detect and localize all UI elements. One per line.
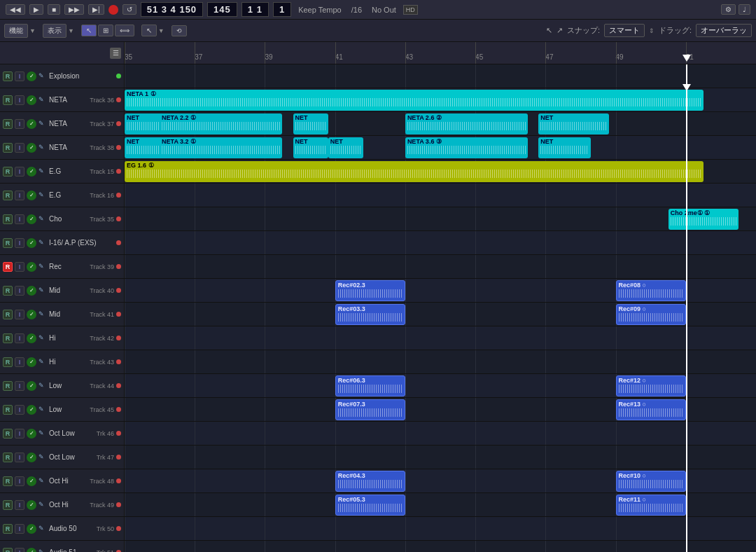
zoom-tool[interactable]: ⟺ [115,25,134,36]
edit-icon-8[interactable]: ✎ [38,263,47,271]
mute-btn-19[interactable]: ✓ [27,524,36,534]
mute-btn-15[interactable]: ✓ [27,429,36,439]
info-btn-16[interactable]: I [15,453,24,462]
metronome-button[interactable]: ♩ [738,4,750,15]
arrange-row-16[interactable] [125,446,756,469]
record-btn-18[interactable]: R [3,500,13,510]
arrange-row-3[interactable]: NETNETA 3.2 ①NETNETNETA 3.6 ③NET [125,136,756,160]
record-btn-14[interactable]: R [3,405,13,415]
mute-btn-17[interactable]: ✓ [27,476,36,486]
info-btn-3[interactable]: I [15,143,24,153]
mute-btn-9[interactable]: ✓ [27,286,36,296]
edit-icon-4[interactable]: ✎ [38,167,47,176]
clip-Rec_12__[interactable]: Rec#12 ○ [616,375,686,396]
clip-NET[interactable]: NET [293,137,328,158]
info-btn-17[interactable]: I [15,476,24,486]
clip-NETA_3_6__[interactable]: NETA 3.6 ③ [405,137,528,158]
arrange-row-9[interactable]: Rec#02.3Rec#08 ○ [125,279,756,303]
rewind-button[interactable]: ◀◀ [6,4,25,15]
mute-btn-12[interactable]: ✓ [27,357,36,367]
mute-btn-6[interactable]: ✓ [27,214,36,224]
stop-button[interactable]: ■ [48,4,60,15]
record-btn-8[interactable]: R [3,262,13,272]
mute-btn-16[interactable]: ✓ [27,453,36,462]
mute-btn-2[interactable]: ✓ [27,119,36,129]
arrange-row-19[interactable] [125,517,756,541]
clip-Rec_06_3[interactable]: Rec#06.3 [335,375,405,396]
go-to-end-button[interactable]: ▶| [88,4,104,15]
record-btn-2[interactable]: R [3,119,13,129]
snap-value[interactable]: スマート [604,24,645,37]
edit-icon-7[interactable]: ✎ [38,239,47,247]
clip-NET[interactable]: NET [538,113,608,134]
clip-Cho_2me___[interactable]: Cho 2me① ① [668,209,738,230]
mute-btn-7[interactable]: ✓ [27,238,36,248]
clip-Rec_13__[interactable]: Rec#13 ○ [616,399,686,420]
info-btn-12[interactable]: I [15,357,24,367]
secondary-pointer[interactable]: ↖ [141,25,157,36]
info-btn-4[interactable]: I [15,167,24,177]
clip-NET[interactable]: NET [328,137,363,158]
info-btn-8[interactable]: I [15,262,24,272]
record-btn-9[interactable]: R [3,286,13,296]
loop-button[interactable]: ↺ [122,4,136,15]
info-btn-0[interactable]: I [15,71,24,81]
info-btn-10[interactable]: I [15,310,24,319]
mute-btn-4[interactable]: ✓ [27,167,36,177]
clip-NET[interactable]: NET [293,113,328,134]
record-btn-11[interactable]: R [3,333,13,343]
record-btn-15[interactable]: R [3,429,13,439]
clip-NETA_3_2__[interactable]: NETA 3.2 ① [160,137,282,158]
arrange-row-8[interactable] [125,255,756,279]
record-btn-13[interactable]: R [3,381,13,391]
info-btn-19[interactable]: I [15,524,24,534]
record-btn-1[interactable]: R [3,95,13,105]
edit-icon-3[interactable]: ✎ [38,144,47,152]
mute-btn-13[interactable]: ✓ [27,381,36,391]
info-btn-5[interactable]: I [15,191,24,200]
record-btn-0[interactable]: R [3,71,13,81]
drag-value[interactable]: オーバーラッ [696,24,752,37]
clip-NETA_1__[interactable]: NETA 1 ① [125,90,704,111]
record-btn-20[interactable]: R [3,548,13,553]
info-btn-20[interactable]: I [15,548,24,553]
mute-btn-10[interactable]: ✓ [27,310,36,319]
arrange-row-1[interactable]: NETA 1 ① [125,88,756,112]
info-btn-7[interactable]: I [15,238,24,248]
mute-btn-20[interactable]: ✓ [27,548,36,553]
mute-btn-1[interactable]: ✓ [27,95,36,105]
clip-NETA_2_6__[interactable]: NETA 2.6 ② [405,113,528,134]
view-button[interactable]: 表示 [43,24,66,38]
info-btn-9[interactable]: I [15,286,24,296]
edit-icon-2[interactable]: ✎ [38,120,47,128]
info-btn-15[interactable]: I [15,429,24,439]
edit-icon-14[interactable]: ✎ [38,406,47,414]
clip-Rec_04_3[interactable]: Rec#04.3 [335,471,405,492]
mute-btn-8[interactable]: ✓ [27,262,36,272]
info-btn-14[interactable]: I [15,405,24,415]
info-btn-13[interactable]: I [15,381,24,391]
loop-button[interactable]: ⟲ [172,25,187,36]
info-btn-6[interactable]: I [15,214,24,224]
mute-btn-5[interactable]: ✓ [27,191,36,200]
edit-icon-5[interactable]: ✎ [38,191,47,200]
record-btn-5[interactable]: R [3,191,13,200]
arrange-row-15[interactable] [125,422,756,446]
clip-Rec_07_3[interactable]: Rec#07.3 [335,399,405,420]
arrange-row-10[interactable]: Rec#03.3Rec#09 ○ [125,303,756,326]
clip-Rec_05_3[interactable]: Rec#05.3 [335,495,405,516]
mute-btn-14[interactable]: ✓ [27,405,36,415]
arrange-row-0[interactable] [125,64,756,88]
func-button[interactable]: 機能 [4,24,28,38]
arrange-row-14[interactable]: Rec#07.3Rec#13 ○ [125,398,756,422]
mute-btn-0[interactable]: ✓ [27,71,36,81]
info-btn-2[interactable]: I [15,119,24,129]
arrange-row-6[interactable]: Cho 2me① ① [125,207,756,231]
edit-icon-11[interactable]: ✎ [38,334,47,343]
record-btn-6[interactable]: R [3,214,13,224]
info-btn-11[interactable]: I [15,333,24,343]
edit-icon-18[interactable]: ✎ [38,501,47,509]
edit-icon-16[interactable]: ✎ [38,453,47,462]
info-btn-1[interactable]: I [15,95,24,105]
edit-icon-0[interactable]: ✎ [38,72,47,81]
